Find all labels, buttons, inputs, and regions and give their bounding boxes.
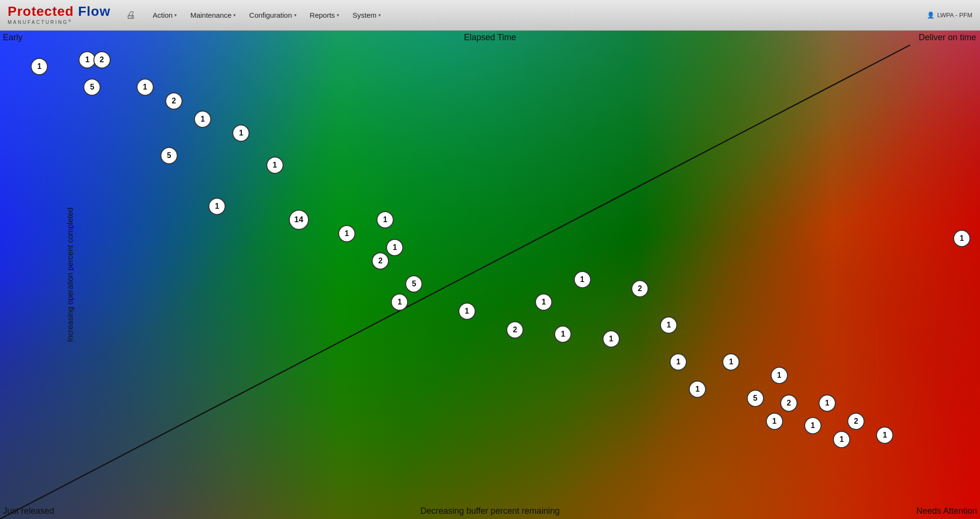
label-deliver: Deliver on time <box>919 33 976 43</box>
bubble-32[interactable]: 2 <box>780 395 798 412</box>
nav-action[interactable]: Action ▾ <box>147 8 183 22</box>
bubble-8[interactable]: 5 <box>160 147 178 164</box>
logo: Protected Flow MANUFACTURING® <box>8 5 111 25</box>
bubble-5[interactable]: 2 <box>165 92 182 110</box>
nav-maintenance[interactable]: Maintenance ▾ <box>184 8 241 22</box>
user-label: LWPA - PFM <box>937 11 972 19</box>
bubble-10[interactable]: 1 <box>208 198 226 215</box>
label-buffer: Decreasing buffer percent remaining <box>421 506 560 516</box>
bubble-3[interactable]: 5 <box>83 79 101 96</box>
bubble-14[interactable]: 2 <box>372 252 389 270</box>
nav-reports[interactable]: Reports ▾ <box>304 8 345 22</box>
bubble-31[interactable]: 1 <box>766 413 783 430</box>
nav-configuration[interactable]: Configuration ▾ <box>243 8 302 22</box>
bubble-0[interactable]: 1 <box>31 58 48 75</box>
navbar: Protected Flow MANUFACTURING® 🖨 Action ▾… <box>0 0 980 31</box>
bubble-30[interactable]: 1 <box>771 367 788 384</box>
label-just-released: Just released <box>3 506 54 516</box>
bubble-9[interactable]: 1 <box>266 157 284 174</box>
label-early: Early <box>3 33 23 43</box>
background-canvas <box>0 31 980 519</box>
user-info: 👤 LWPA - PFM <box>927 11 972 19</box>
nav-menu: Action ▾ Maintenance ▾ Configuration ▾ R… <box>147 8 387 22</box>
bubble-38[interactable]: 1 <box>953 230 970 247</box>
bubble-29[interactable]: 5 <box>747 390 764 407</box>
bubble-37[interactable]: 1 <box>876 427 893 444</box>
chevron-down-icon: ▾ <box>378 12 381 18</box>
bubble-11[interactable]: 14 <box>289 210 309 230</box>
bubble-20[interactable]: 1 <box>535 293 552 311</box>
bubble-22[interactable]: 1 <box>574 271 591 288</box>
user-icon: 👤 <box>927 11 934 19</box>
nav-system[interactable]: System ▾ <box>347 8 387 22</box>
copy-icon[interactable]: 🖨 <box>126 10 136 21</box>
label-needs-attention: Needs Attention <box>916 506 977 516</box>
bubble-4[interactable]: 1 <box>137 79 154 96</box>
bubble-6[interactable]: 1 <box>194 111 211 128</box>
bubble-7[interactable]: 1 <box>232 124 250 142</box>
bubble-19[interactable]: 2 <box>506 321 524 338</box>
bubble-15[interactable]: 1 <box>386 239 403 256</box>
chevron-down-icon: ▾ <box>233 12 236 18</box>
chevron-down-icon: ▾ <box>337 12 339 18</box>
chevron-down-icon: ▾ <box>174 12 177 18</box>
bubble-35[interactable]: 1 <box>833 431 850 448</box>
label-elapsed: Elapsed Time <box>464 33 516 43</box>
chart-container: Early Elapsed Time Deliver on time Just … <box>0 31 980 519</box>
bubble-21[interactable]: 1 <box>554 326 571 343</box>
bubble-17[interactable]: 1 <box>391 293 408 311</box>
bubble-33[interactable]: 1 <box>804 417 821 434</box>
bubble-27[interactable]: 1 <box>722 353 740 371</box>
bubble-18[interactable]: 1 <box>458 303 476 320</box>
label-increasing: Increasing operation percent completed <box>66 207 75 342</box>
bubble-2[interactable]: 2 <box>93 51 111 68</box>
bubble-36[interactable]: 2 <box>847 413 865 430</box>
bubble-13[interactable]: 1 <box>376 211 394 228</box>
bubble-25[interactable]: 1 <box>660 316 677 334</box>
bubble-24[interactable]: 2 <box>631 280 649 297</box>
bubble-16[interactable]: 5 <box>405 275 422 293</box>
bubble-34[interactable]: 1 <box>819 395 836 412</box>
bubble-26[interactable]: 1 <box>670 353 687 371</box>
bubble-12[interactable]: 1 <box>338 225 355 242</box>
bubble-23[interactable]: 1 <box>603 330 620 348</box>
chevron-down-icon: ▾ <box>294 12 296 18</box>
bubble-28[interactable]: 1 <box>689 381 706 398</box>
